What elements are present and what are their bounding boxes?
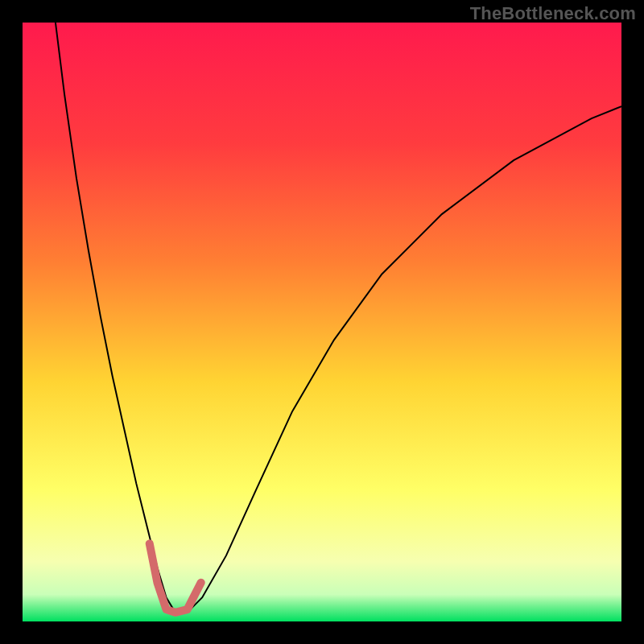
- watermark-text: TheBottleneck.com: [470, 3, 636, 24]
- plot-area: [23, 23, 621, 621]
- chart-svg: [23, 23, 621, 621]
- gradient-background: [23, 23, 621, 621]
- chart-frame: TheBottleneck.com: [0, 0, 644, 644]
